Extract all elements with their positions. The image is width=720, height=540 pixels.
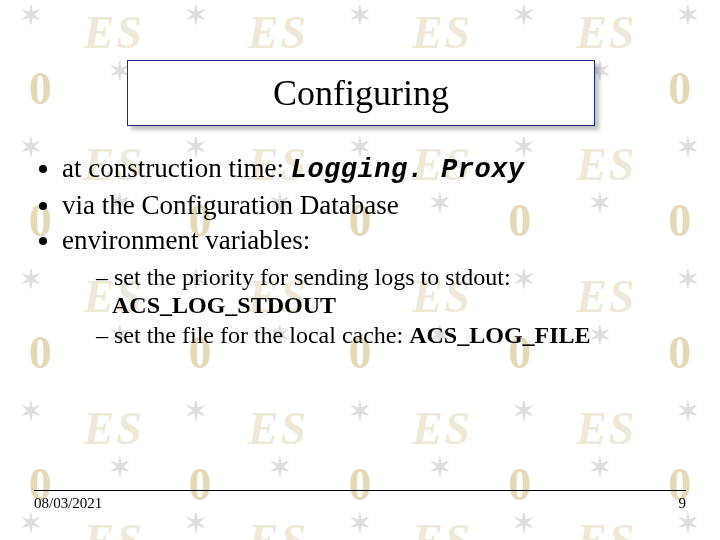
wm-es: ES: [412, 514, 472, 540]
wm-star: ✶: [185, 508, 207, 540]
wm-star: ✶: [20, 508, 42, 540]
wm-star: ✶: [677, 264, 699, 317]
bullet-list: at construction time: Logging. Proxy via…: [34, 152, 674, 350]
wm-star: ✶: [513, 396, 535, 449]
wm-star: ✶: [185, 0, 207, 53]
wm-es: ES: [83, 514, 143, 540]
bullet-item: environment variables: set the priority …: [62, 224, 674, 350]
wm-es: ES: [412, 402, 472, 455]
footer-page-number: 9: [679, 495, 687, 512]
wm-star: ✶: [677, 396, 699, 449]
wm-es: ES: [576, 6, 636, 59]
bullet-item: at construction time: Logging. Proxy: [62, 152, 674, 187]
footer-date: 08/03/2021: [34, 495, 102, 512]
wm-star: ✶: [677, 508, 699, 540]
slide-title: Configuring: [273, 72, 449, 114]
wm-star: ✶: [677, 0, 699, 53]
content-area: at construction time: Logging. Proxy via…: [34, 152, 674, 352]
bullet-text: via the Configuration Database: [62, 190, 399, 220]
sub-bullet-text: set the priority for sending logs to std…: [114, 264, 511, 290]
wm-zero: 0: [29, 62, 52, 115]
wm-star: ✶: [349, 0, 371, 53]
wm-star: ✶: [20, 396, 42, 449]
wm-es: ES: [576, 402, 636, 455]
bullet-item: via the Configuration Database: [62, 189, 674, 222]
wm-star: ✶: [185, 396, 207, 449]
wm-star: ✶: [513, 0, 535, 53]
title-box: Configuring: [127, 60, 595, 126]
wm-es: ES: [412, 6, 472, 59]
sub-bullet-list: set the priority for sending logs to std…: [62, 263, 674, 350]
slide: ✶ ES ✶ ES ✶ ES ✶ ES ✶ 0 ✶ 0 ✶ 0 ✶ 0 ✶ 0 …: [0, 0, 720, 540]
sub-bullet-text: set the file for the local cache:: [114, 322, 409, 348]
wm-star: ✶: [349, 508, 371, 540]
sub-bullet-item: set the priority for sending logs to std…: [96, 263, 674, 320]
bullet-text: at construction time:: [62, 153, 291, 183]
bullet-text: environment variables:: [62, 225, 310, 255]
wm-star: ✶: [20, 0, 42, 53]
env-var-name: ACS_LOG_STDOUT: [112, 292, 336, 318]
wm-es: ES: [576, 514, 636, 540]
wm-es: ES: [83, 402, 143, 455]
wm-star: ✶: [513, 508, 535, 540]
wm-zero: 0: [668, 62, 691, 115]
sub-bullet-item: set the file for the local cache: ACS_LO…: [96, 321, 674, 349]
wm-star: ✶: [349, 396, 371, 449]
footer: 08/03/2021 9: [34, 490, 686, 512]
wm-es: ES: [248, 402, 308, 455]
wm-es: ES: [248, 6, 308, 59]
wm-es: ES: [248, 514, 308, 540]
wm-es: ES: [83, 6, 143, 59]
env-var-name: ACS_LOG_FILE: [409, 322, 590, 348]
footer-divider: [34, 490, 686, 491]
code-identifier: Logging. Proxy: [291, 155, 525, 185]
wm-star: ✶: [677, 132, 699, 185]
